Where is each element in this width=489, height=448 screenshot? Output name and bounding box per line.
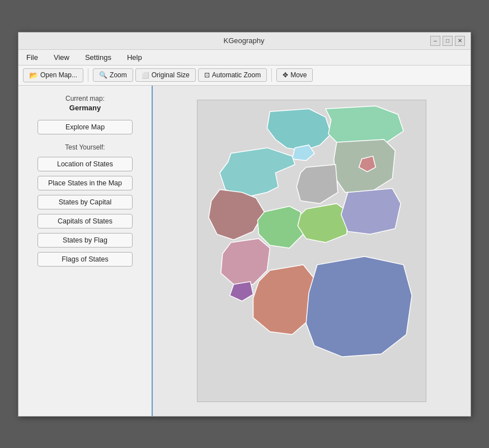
current-map-name: Germany [69, 104, 101, 112]
automatic-zoom-button[interactable]: ⊡ Automatic Zoom [198, 68, 267, 82]
map-area[interactable] [153, 86, 471, 416]
region-nordrhein-westfalen [209, 189, 265, 240]
minimize-button[interactable]: – [430, 36, 440, 46]
toolbar-separator-1 [88, 68, 88, 82]
folder-icon: 📂 [29, 71, 38, 80]
region-thueringen [298, 203, 348, 242]
original-size-icon: ⬜ [142, 72, 149, 79]
title-bar: KGeography – □ ✕ [18, 32, 471, 50]
window-controls: – □ ✕ [430, 36, 465, 46]
open-map-button[interactable]: 📂 Open Map... [23, 68, 83, 82]
move-button[interactable]: ✥ Move [276, 68, 313, 82]
region-niedersachsen [220, 147, 295, 198]
region-saarland [230, 281, 253, 301]
region-mecklenburg [326, 106, 403, 145]
toolbar-separator-2 [271, 68, 272, 82]
states-by-capital-button[interactable]: States by Capital [37, 195, 133, 209]
region-hessen [257, 206, 303, 248]
capitals-of-states-button[interactable]: Capitals of States [37, 214, 133, 228]
auto-zoom-icon: ⊡ [204, 71, 210, 79]
location-states-button[interactable]: Location of States [37, 157, 133, 171]
toolbar: 📂 Open Map... 🔍 Zoom ⬜ Original Size ⊡ A… [18, 66, 471, 86]
menu-view[interactable]: View [50, 52, 73, 63]
original-size-button[interactable]: ⬜ Original Size [135, 68, 196, 82]
move-icon: ✥ [283, 71, 288, 79]
current-map-label: Current map: [65, 95, 105, 102]
menu-file[interactable]: File [23, 52, 41, 63]
menu-settings[interactable]: Settings [82, 52, 115, 63]
menu-help[interactable]: Help [124, 52, 145, 63]
flags-of-states-button[interactable]: Flags of States [37, 252, 133, 267]
region-schleswig-holstein [267, 109, 331, 151]
maximize-button[interactable]: □ [443, 36, 453, 46]
states-by-flag-button[interactable]: States by Flag [37, 233, 133, 248]
region-sachsen-anhalt [297, 164, 338, 203]
sidebar: Current map: Germany Explore Map Test Yo… [18, 86, 153, 416]
menubar: File View Settings Help [18, 50, 471, 66]
zoom-button[interactable]: 🔍 Zoom [93, 68, 133, 82]
germany-map [197, 100, 426, 402]
main-content: Current map: Germany Explore Map Test Yo… [18, 86, 471, 416]
region-sachsen [341, 188, 401, 234]
window-title: KGeography [58, 36, 430, 45]
region-bayern [306, 256, 412, 356]
zoom-icon: 🔍 [99, 71, 107, 79]
application-window: KGeography – □ ✕ File View Settings Help… [18, 32, 471, 417]
place-states-button[interactable]: Place States in the Map [37, 176, 133, 190]
close-button[interactable]: ✕ [455, 36, 465, 46]
explore-map-button[interactable]: Explore Map [37, 120, 133, 134]
test-yourself-label: Test Yourself: [65, 143, 105, 151]
